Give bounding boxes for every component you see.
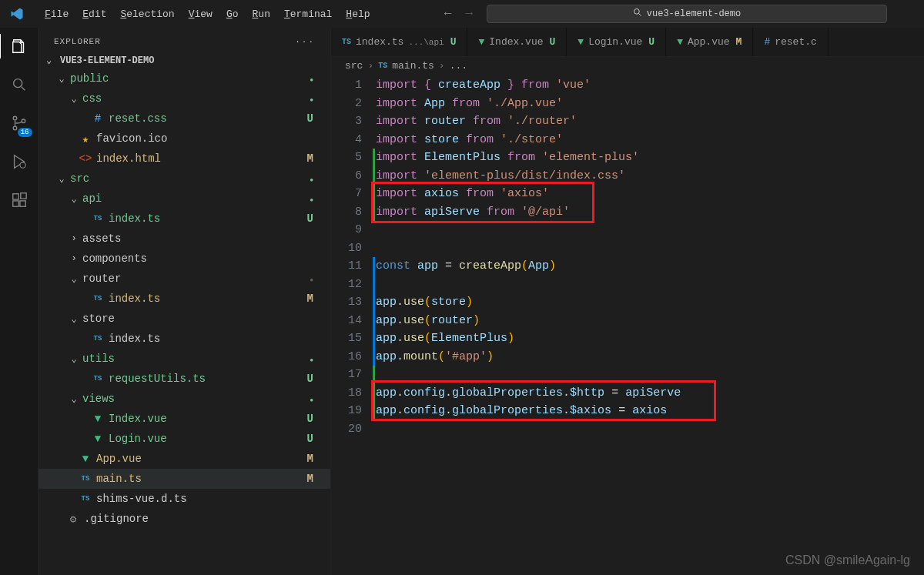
tab-api-index[interactable]: TSindex.ts...\apiU (331, 28, 467, 56)
menu-terminal[interactable]: Terminal (278, 5, 338, 23)
code-editor[interactable]: 12345 678910 1112131415 1617181920 impor… (331, 75, 924, 575)
explorer-sidebar: EXPLORER ··· ⌄ VUE3-ELEMENT-DEMO ⌄public… (38, 28, 331, 575)
extensions-activity-icon[interactable] (11, 189, 28, 211)
folder-utils[interactable]: ⌄utils (38, 349, 330, 369)
title-bar: FFileile Edit Selection View Go Run Term… (0, 0, 924, 28)
folder-router[interactable]: ⌄router (38, 269, 330, 289)
scm-badge: 16 (18, 128, 32, 137)
vue-icon: ▼ (91, 433, 105, 445)
file-shims[interactable]: TSshims-vue.d.ts (38, 489, 330, 509)
folder-public[interactable]: ⌄public (38, 69, 330, 89)
folder-assets[interactable]: ›assets (38, 229, 330, 249)
file-index-html[interactable]: <>index.htmlM (38, 149, 330, 169)
file-gitignore[interactable]: ⚙.gitignore (38, 509, 330, 529)
file-request-utils[interactable]: TSrequestUtils.tsU (38, 369, 330, 389)
folder-views[interactable]: ⌄views (38, 389, 330, 409)
explorer-activity-icon[interactable] (11, 35, 28, 57)
folder-api[interactable]: ⌄api (38, 189, 330, 209)
menu-go[interactable]: Go (220, 5, 245, 23)
code-lines: import { createApp } from 'vue' import A… (376, 76, 924, 575)
svg-point-0 (634, 9, 639, 15)
svg-rect-10 (19, 201, 25, 206)
activity-bar: 16 (0, 28, 38, 575)
vue-icon: ▼ (91, 413, 105, 425)
ts-icon: TS (79, 495, 92, 503)
svg-point-2 (13, 79, 22, 88)
gear-icon: ⚙ (66, 513, 80, 526)
hash-icon: # (91, 112, 105, 125)
menu-file[interactable]: FFileile (38, 5, 75, 23)
svg-point-4 (13, 116, 17, 120)
tab-reset-css[interactable]: #reset.c (753, 28, 828, 56)
folder-components[interactable]: ›components (38, 249, 330, 269)
menu-edit[interactable]: Edit (76, 5, 112, 23)
watermark: CSDN @smileAgain-lg (785, 553, 910, 567)
tab-login-vue[interactable]: ▼Login.vueU (567, 28, 666, 56)
file-tree: ⌄public ⌄css #reset.cssU ★favicon.ico <>… (38, 69, 330, 575)
svg-rect-9 (12, 201, 18, 206)
command-center[interactable]: vue3-element-demo (487, 5, 887, 23)
svg-rect-11 (20, 193, 25, 199)
sidebar-header: EXPLORER ··· (38, 28, 330, 52)
nav-arrows: ← → (444, 7, 473, 21)
tab-app-vue[interactable]: ▼App.vueM (666, 28, 753, 56)
file-app-vue[interactable]: ▼App.vueM (38, 449, 330, 469)
vscode-logo-icon (6, 7, 28, 21)
file-favicon[interactable]: ★favicon.ico (38, 129, 330, 149)
file-api-index[interactable]: TSindex.tsU (38, 209, 330, 229)
editor-area: TSindex.ts...\apiU ▼Index.vueU ▼Login.vu… (331, 28, 924, 575)
command-center-text: vue3-element-demo (647, 8, 741, 19)
editor-tabs: TSindex.ts...\apiU ▼Index.vueU ▼Login.vu… (331, 28, 924, 57)
ts-icon: TS (91, 375, 105, 383)
nav-back-icon[interactable]: ← (444, 7, 452, 21)
svg-line-1 (638, 14, 641, 16)
source-control-activity-icon[interactable]: 16 (11, 112, 28, 134)
ts-icon: TS (91, 215, 105, 222)
debug-activity-icon[interactable] (11, 151, 28, 172)
tab-index-vue[interactable]: ▼Index.vueU (467, 28, 567, 56)
chevron-down-icon: ⌄ (46, 55, 57, 66)
file-login-vue[interactable]: ▼Login.vueU (38, 429, 330, 449)
menu-run[interactable]: Run (246, 5, 276, 23)
project-header[interactable]: ⌄ VUE3-ELEMENT-DEMO (38, 52, 330, 69)
search-activity-icon[interactable] (11, 74, 28, 95)
file-reset-css[interactable]: #reset.cssU (38, 109, 330, 129)
sidebar-more-icon[interactable]: ··· (295, 37, 315, 46)
menu-view[interactable]: View (182, 5, 219, 23)
menu-selection[interactable]: Selection (114, 5, 180, 23)
nav-forward-icon[interactable]: → (465, 7, 473, 21)
file-store-index[interactable]: TSindex.ts (38, 329, 330, 349)
html-icon: <> (79, 152, 92, 165)
sidebar-title: EXPLORER (54, 37, 101, 46)
svg-rect-8 (12, 194, 18, 199)
ts-icon: TS (91, 335, 105, 343)
line-gutter: 12345 678910 1112131415 1617181920 (331, 76, 376, 575)
breadcrumb[interactable]: src› TSmain.ts› ... (331, 57, 924, 75)
ts-icon: TS (79, 475, 92, 483)
file-router-index[interactable]: TSindex.tsM (38, 289, 330, 309)
ts-icon: TS (91, 295, 105, 303)
file-index-vue[interactable]: ▼Index.vueU (38, 409, 330, 429)
project-name: VUE3-ELEMENT-DEMO (60, 55, 154, 66)
folder-store[interactable]: ⌄store (38, 309, 330, 329)
folder-src[interactable]: ⌄src (38, 169, 330, 189)
svg-point-7 (19, 162, 25, 168)
svg-point-5 (13, 126, 17, 130)
vue-icon: ▼ (79, 453, 92, 465)
svg-line-3 (21, 87, 25, 91)
folder-css[interactable]: ⌄css (38, 89, 330, 109)
search-icon (633, 8, 642, 20)
star-icon: ★ (79, 132, 92, 145)
main-menu: FFileile Edit Selection View Go Run Term… (38, 5, 377, 23)
file-main-ts[interactable]: TSmain.tsM (38, 469, 330, 489)
menu-help[interactable]: Help (340, 5, 376, 23)
